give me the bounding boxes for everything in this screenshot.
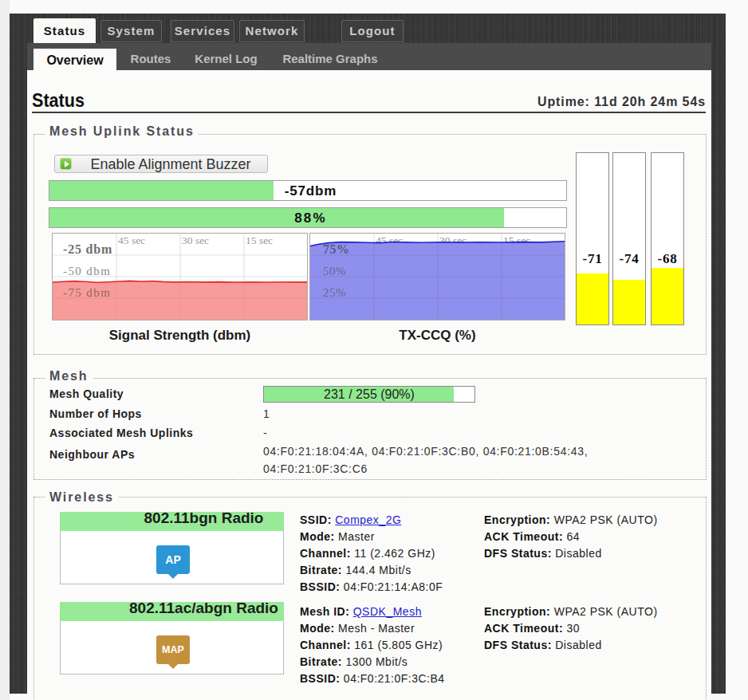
svg-text:75%: 75% — [323, 242, 350, 256]
svg-text:25%: 25% — [323, 286, 346, 299]
svg-text:30 sec: 30 sec — [182, 234, 209, 246]
svg-text:45 sec: 45 sec — [118, 234, 145, 246]
svg-text:50%: 50% — [323, 265, 346, 277]
svg-text:-75 dbm: -75 dbm — [63, 286, 111, 299]
svg-text:15 sec: 15 sec — [246, 234, 273, 246]
svg-text:-50 dbm: -50 dbm — [63, 265, 111, 277]
svg-text:-25 dbm: -25 dbm — [63, 242, 112, 256]
